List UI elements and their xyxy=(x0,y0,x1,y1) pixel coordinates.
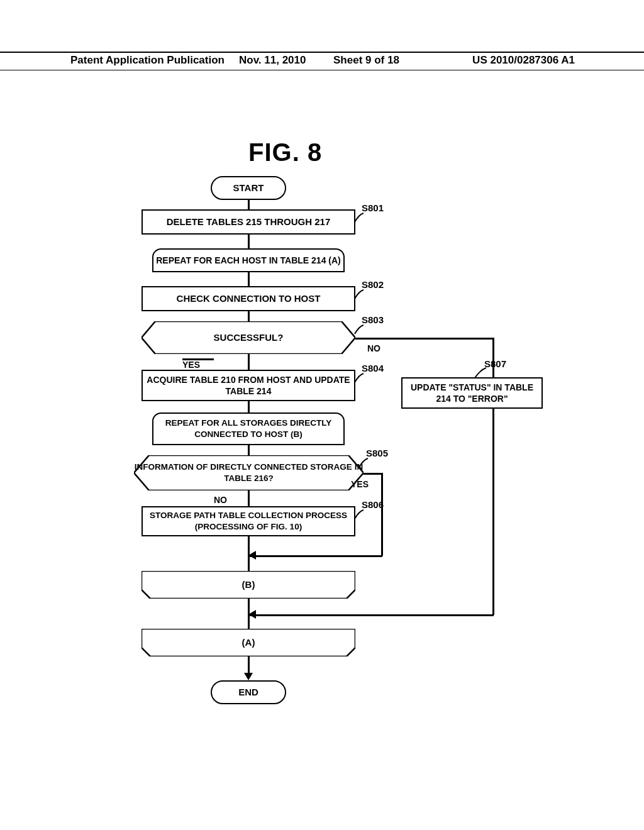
figure-title: FIG. 8 xyxy=(248,138,322,167)
loop-a-start: REPEAT FOR EACH HOST IN TABLE 214 (A) xyxy=(152,248,345,272)
process-acquire-update: ACQUIRE TABLE 210 FROM HOST AND UPDATE T… xyxy=(142,370,355,401)
process-delete-tables: DELETE TABLES 215 THROUGH 217 xyxy=(142,209,355,235)
process-update-error: UPDATE "STATUS" IN TABLE 214 TO "ERROR" xyxy=(401,377,543,409)
decision-storage-info-text: INFORMATION OF DIRECTLY CONNECTED STORAG… xyxy=(134,455,364,490)
header-pub-number: US 2010/0287306 A1 xyxy=(472,54,575,67)
loop-a-end: (A) xyxy=(142,629,355,656)
loop-b-end: (B) xyxy=(142,571,355,599)
header-date: Nov. 11, 2010 xyxy=(239,54,306,67)
terminal-start: START xyxy=(211,176,286,200)
branch-s805-yes: YES xyxy=(351,479,369,489)
process-check-connection: CHECK CONNECTION TO HOST xyxy=(142,286,355,311)
process-storage-path-collection: STORAGE PATH TABLE COLLECTION PROCESS (P… xyxy=(142,506,355,536)
branch-s803-no: NO xyxy=(367,343,380,353)
header-publication-label: Patent Application Publication xyxy=(70,54,225,67)
decision-successful-text: SUCCESSFUL? xyxy=(142,321,355,354)
header-sheet: Sheet 9 of 18 xyxy=(333,54,399,67)
branch-s803-yes: YES xyxy=(182,360,200,370)
loop-b-start: REPEAT FOR ALL STORAGES DIRECTLY CONNECT… xyxy=(152,412,345,445)
branch-s805-no: NO xyxy=(214,495,227,505)
terminal-end: END xyxy=(211,680,286,704)
